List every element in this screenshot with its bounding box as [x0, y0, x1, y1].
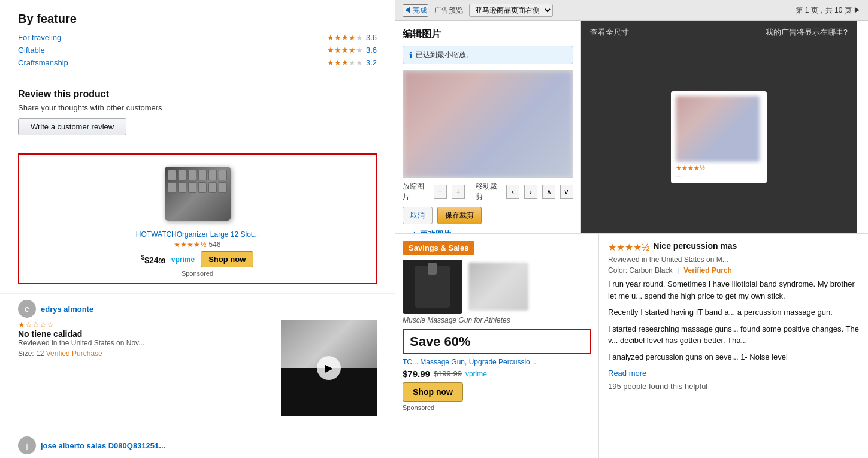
blurred-image	[403, 71, 573, 177]
review-meta-right: Reviewed in the United States on M...	[608, 255, 859, 264]
preview-product-card: ★★★★½ ...	[671, 91, 767, 183]
savings-badge: Savings & Sales	[403, 241, 474, 255]
original-price: $199.99	[434, 369, 462, 378]
change-image-expand[interactable]: ∧ ∧ 更改图片	[403, 229, 573, 234]
review-paragraph-4: I analyzed percussion guns on seve... 1-…	[608, 351, 859, 363]
slot	[188, 182, 196, 193]
info-text: 已达到最小缩放。	[416, 50, 473, 60]
reviewer-name-2[interactable]: jose alberto salas D080Q831251...	[41, 441, 165, 450]
product-description[interactable]: TC... Massage Gun, Upgrade Percussio...	[403, 358, 591, 366]
review-body-right: I run year round. Sometimes I have iliot…	[608, 278, 859, 363]
reviewer-name-1[interactable]: edrys almonte	[41, 305, 93, 314]
play-icon: ▶	[325, 361, 333, 375]
preview-full-size-label[interactable]: 查看全尺寸	[590, 27, 629, 38]
review-product-section: Review this product Share your thoughts …	[0, 80, 395, 144]
star-2: ★	[334, 33, 341, 42]
shop-sponsored-label: Sponsored	[403, 404, 591, 411]
review-product-subtitle: Share your thoughts with other customers	[18, 103, 377, 112]
slot	[198, 182, 207, 193]
reviewer-avatar-1: e	[18, 300, 36, 318]
editor-left: 编辑图片 ℹ 已达到最小缩放。 放缩图片 − + 移动裁剪 ‹ ›	[395, 21, 581, 234]
by-feature-section: By feature For traveling ★ ★ ★ ★ ★ 3.6 G…	[0, 0, 395, 80]
feature-name-traveling[interactable]: For traveling	[18, 33, 90, 42]
editor-title: 编辑图片	[403, 28, 573, 41]
review-paragraph-2: Recently I started having IT band a... a…	[608, 306, 859, 318]
cancel-button[interactable]: 取消	[403, 207, 433, 224]
star-half: ★	[349, 33, 356, 42]
review-size-1: Size: 12 Verified Purchase	[18, 349, 275, 358]
image-preview-area[interactable]	[403, 70, 573, 178]
save-percent-box: Save 60%	[403, 329, 591, 354]
preview-location-question[interactable]: 我的广告将显示在哪里?	[766, 27, 848, 38]
product-name-caption: Muscle Massage Gun for Athletes	[403, 316, 591, 324]
review-text-1: ★☆☆☆☆ No tiene calidad Reviewed in the U…	[18, 320, 275, 416]
shop-now-button[interactable]: Shop now	[201, 251, 253, 267]
stars-giftable: ★ ★ ★ ★ ★ 3.6	[327, 46, 377, 55]
product-stars: ★★★★½	[174, 240, 206, 249]
reviewer-row-2: j jose alberto salas D080Q831251...	[18, 436, 377, 454]
feature-name-giftable[interactable]: Giftable	[18, 46, 90, 55]
write-review-button[interactable]: Write a customer review	[18, 118, 126, 135]
sponsored-product-content: HOTWATCHOrganizer Large 12 Slot... ★★★★½…	[25, 161, 370, 277]
price-line: $79.99 $199.99 vprime	[403, 369, 591, 379]
review-video-1[interactable]: ▶	[281, 320, 377, 416]
nav-down-button[interactable]: ∨	[560, 185, 573, 199]
ad-preview-select[interactable]: 亚马逊商品页面右侧	[469, 4, 553, 17]
zoom-minus-button[interactable]: −	[434, 185, 447, 199]
ad-editor-header: ◀ 完成 广告预览 亚马逊商品页面右侧 第 1 页，共 10 页 ▶	[395, 0, 868, 21]
nav-right-button[interactable]: ›	[524, 185, 537, 199]
zoom-plus-button[interactable]: +	[452, 185, 465, 199]
reviewer-avatar-2: j	[18, 436, 36, 454]
rating-giftable: 3.6	[366, 46, 377, 55]
zoom-label: 放缩图片	[403, 182, 429, 202]
review-stars-1: ★☆☆☆☆	[18, 320, 275, 329]
play-button-icon[interactable]: ▶	[317, 356, 341, 380]
preview-product-image	[676, 96, 760, 162]
slot	[178, 170, 186, 180]
feature-name-craftsmanship[interactable]: Craftsmanship	[18, 58, 90, 67]
read-more-link[interactable]: Read more	[608, 369, 646, 378]
back-button[interactable]: ◀ 完成	[403, 4, 428, 17]
current-price: $79.99	[403, 369, 430, 379]
slot	[188, 170, 196, 180]
helpful-count: 195 people found this helpful	[608, 382, 859, 391]
slot	[178, 182, 186, 193]
sponsored-product-title[interactable]: HOTWATCHOrganizer Large 12 Slot...	[136, 230, 259, 239]
massage-gun-head	[428, 263, 437, 275]
massage-gun-blurred-image	[468, 263, 528, 311]
color-meta: Color: Carbon Black	[608, 266, 672, 275]
review-entry-1: e edrys almonte ★☆☆☆☆ No tiene calidad R…	[0, 293, 395, 422]
save-percent-text: Save 60%	[410, 334, 584, 349]
slot	[198, 170, 207, 180]
product-image-watch-box[interactable]	[165, 167, 231, 221]
sponsored-product-box: HOTWATCHOrganizer Large 12 Slot... ★★★★½…	[18, 153, 377, 284]
save-crop-button[interactable]: 保存裁剪	[437, 207, 482, 224]
slot	[219, 170, 227, 180]
change-image-label: ∧ 更改图片	[411, 229, 451, 234]
ad-editor-panel: ◀ 完成 广告预览 亚马逊商品页面右侧 第 1 页，共 10 页 ▶ 编辑图片 …	[395, 0, 868, 234]
product-rating-row: ★★★★½ 546	[174, 240, 220, 249]
nav-left-button[interactable]: ‹	[506, 185, 519, 199]
separator: |	[677, 267, 679, 274]
image-controls: 放缩图片 − + 移动裁剪 ‹ › ∧ ∨	[403, 182, 573, 202]
verified-badge-right: Verified Purch	[683, 266, 732, 275]
review-entry-2: j jose alberto salas D080Q831251... ★★★☆…	[0, 430, 395, 458]
review-title-1: No tiene calidad	[18, 329, 275, 339]
feature-row-giftable: Giftable ★ ★ ★ ★ ★ 3.6	[18, 46, 377, 55]
review-right-panel: ★★★★½ Nice percussion mas Reviewed in th…	[599, 234, 868, 458]
review-meta-1: Reviewed in the United States on Nov...	[18, 339, 275, 347]
review-paragraph-1: I run year round. Sometimes I have iliot…	[608, 278, 859, 302]
rating-craftsmanship: 3.2	[366, 58, 377, 67]
star-empty: ★	[356, 33, 363, 42]
shop-now-button-orange[interactable]: Shop now	[403, 382, 463, 402]
nav-up-button[interactable]: ∧	[542, 185, 555, 199]
bottom-right-panel: Savings & Sales Muscle Massage Gun for A…	[395, 234, 868, 458]
review-product-title: Review this product	[18, 89, 377, 100]
review-header-right: ★★★★½ Nice percussion mas	[608, 241, 859, 253]
by-feature-title: By feature	[18, 12, 377, 26]
massage-gun-image[interactable]	[403, 260, 462, 314]
preview-product-info: ...	[676, 172, 762, 179]
feature-row-craftsmanship: Craftsmanship ★ ★ ★ ★ ★ 3.2	[18, 58, 377, 67]
rating-traveling: 3.6	[366, 33, 377, 42]
product-review-count: 546	[208, 240, 220, 249]
